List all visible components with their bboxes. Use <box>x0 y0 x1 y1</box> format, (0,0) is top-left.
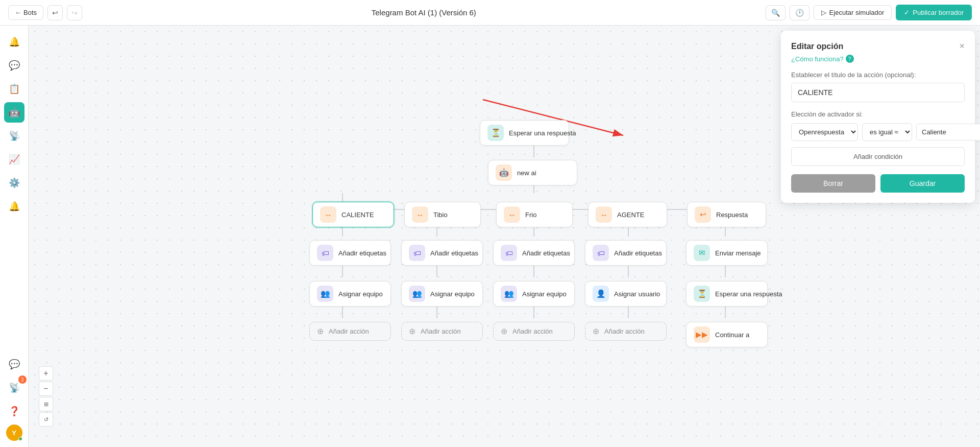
node-icon-etiquetas-1: 🏷 <box>317 245 333 261</box>
node-continuar-a[interactable]: ▶▶ Continuar a <box>686 322 768 347</box>
node-icon-etiquetas-4: 🏷 <box>593 245 609 261</box>
node-label-tibio: Tibio <box>433 211 448 219</box>
action-title-input[interactable] <box>791 83 965 102</box>
add-icon-1: ⊕ <box>317 326 324 336</box>
node-label-add-4: Añadir acción <box>604 327 645 335</box>
node-icon-equipo-1: 👥 <box>317 286 333 302</box>
node-add-etiquetas-4[interactable]: 🏷 Añadir etiquetas <box>585 240 667 266</box>
node-icon-caliente: ↔ <box>320 206 336 223</box>
node-label-continuar: Continuar a <box>715 331 749 339</box>
avatar-status-dot <box>18 437 22 441</box>
node-asignar-usuario[interactable]: 👤 Asignar usuario <box>585 281 667 307</box>
node-icon-etiquetas-2: 🏷 <box>409 245 425 261</box>
action-title-label: Establecer el título de la acción (opcio… <box>791 71 965 79</box>
node-esperar-respuesta-2[interactable]: ⏳ Esperar una respuesta <box>686 281 768 307</box>
node-enviar-mensaje[interactable]: ✉ Enviar mensaje <box>686 240 768 266</box>
node-add-accion-2[interactable]: ⊕ Añadir acción <box>401 322 483 341</box>
add-icon-2: ⊕ <box>409 326 415 336</box>
topbar-left: ← Bots ↩ ↪ <box>8 5 82 20</box>
node-label-esperar: Esperar una respuesta <box>509 129 576 137</box>
sidebar-item-settings[interactable]: ⚙️ <box>4 173 24 193</box>
node-label-etiquetas-1: Añadir etiquetas <box>338 249 386 257</box>
node-icon-respuesta: ↩ <box>695 206 711 223</box>
node-label-equipo-1: Asignar equipo <box>338 290 383 298</box>
node-frio[interactable]: ↔ Frio <box>496 202 573 227</box>
node-icon-tibio: ↔ <box>412 206 428 223</box>
redo-button[interactable]: ↪ <box>67 5 82 20</box>
node-add-accion-1[interactable]: ⊕ Añadir acción <box>309 322 391 341</box>
node-icon-agente: ↔ <box>596 206 612 223</box>
zoom-fit-button[interactable]: ⊞ <box>39 397 53 411</box>
add-icon-3: ⊕ <box>501 326 507 336</box>
panel-close-button[interactable]: × <box>959 41 965 52</box>
node-icon-etiquetas-3: 🏷 <box>501 245 517 261</box>
node-respuesta[interactable]: ↩ Respuesta <box>687 202 766 227</box>
zoom-out-button[interactable]: − <box>39 382 53 396</box>
node-label-etiquetas-3: Añadir etiquetas <box>522 249 570 257</box>
panel-help-link[interactable]: ¿Cómo funciona? ? <box>791 55 965 63</box>
node-asignar-equipo-1[interactable]: 👥 Asignar equipo <box>309 281 391 307</box>
sidebar-item-notifications[interactable]: 🔔 <box>4 32 24 52</box>
node-add-etiquetas-3[interactable]: 🏷 Añadir etiquetas <box>493 240 575 266</box>
node-label-frio: Frio <box>525 211 536 219</box>
node-icon-newai: 🤖 <box>496 164 512 181</box>
node-add-etiquetas-1[interactable]: 🏷 Añadir etiquetas <box>309 240 391 266</box>
topbar: ← Bots ↩ ↪ Telegram Bot AI (1) (Versión … <box>0 0 980 26</box>
add-condition-button[interactable]: Añadir condición <box>791 147 965 166</box>
page-title: Telegram Bot AI (1) (Versión 6) <box>372 8 476 17</box>
node-icon-esperar: ⏳ <box>487 125 504 141</box>
node-tibio[interactable]: ↔ Tibio <box>404 202 481 227</box>
node-asignar-equipo-3[interactable]: 👥 Asignar equipo <box>493 281 575 307</box>
node-label-enviar: Enviar mensaje <box>715 249 761 257</box>
undo-button[interactable]: ↩ <box>47 5 63 20</box>
sidebar-item-whatsapp[interactable]: 💬 <box>4 354 24 374</box>
history-button[interactable]: 🕐 <box>790 5 810 20</box>
publish-button[interactable]: ✓ Publicar borrador <box>896 5 972 20</box>
help-link-text: ¿Cómo funciona? <box>791 55 844 63</box>
publish-label: Publicar borrador <box>913 9 964 16</box>
sidebar-item-help[interactable]: ❓ <box>4 401 24 421</box>
node-icon-esperar2: ⏳ <box>694 286 710 302</box>
panel-title: Editar opción <box>791 42 843 51</box>
node-asignar-equipo-2[interactable]: 👥 Asignar equipo <box>401 281 483 307</box>
sidebar-item-alerts[interactable]: 🔔 <box>4 196 24 217</box>
sidebar-bottom: 💬 📡 3 ❓ Y <box>4 354 24 441</box>
rss-badge: 3 <box>18 375 27 384</box>
sidebar-item-rss[interactable]: 📡 3 <box>4 378 24 398</box>
node-label-respuesta: Respuesta <box>716 211 748 219</box>
edit-panel: Editar opción × ¿Cómo funciona? ? Establ… <box>781 31 975 203</box>
sidebar-item-clipboard[interactable]: 📋 <box>4 79 24 99</box>
node-caliente[interactable]: ↔ CALIENTE <box>312 202 394 227</box>
sidebar-item-broadcast[interactable]: 📡 <box>4 126 24 146</box>
sidebar-item-analytics[interactable]: 📈 <box>4 149 24 170</box>
sidebar-item-bot[interactable]: 🤖 <box>4 102 24 123</box>
node-add-accion-4[interactable]: ⊕ Añadir acción <box>585 322 667 341</box>
zoom-in-button[interactable]: + <box>39 366 53 381</box>
search-button[interactable]: 🔍 <box>766 5 786 20</box>
trigger-operator-select[interactable]: es igual ≈ <box>862 123 912 141</box>
sidebar-item-chat[interactable]: 💬 <box>4 55 24 76</box>
back-button[interactable]: ← Bots <box>8 5 43 20</box>
node-new-ai[interactable]: 🤖 new ai <box>488 160 577 185</box>
trigger-row: Openrespuesta es igual ≈ 🗑 <box>791 123 965 141</box>
node-icon-frio: ↔ <box>504 206 520 223</box>
node-agente[interactable]: ↔ AGENTE <box>588 202 667 227</box>
delete-button[interactable]: Borrar <box>791 174 875 193</box>
node-label-usuario: Asignar usuario <box>614 290 660 298</box>
node-esperar-respuesta[interactable]: ⏳ Esperar una respuesta <box>480 120 569 146</box>
trigger-type-select[interactable]: Openrespuesta <box>791 123 858 141</box>
trigger-value-input[interactable] <box>916 124 980 140</box>
trigger-label: Elección de activador si: <box>791 110 965 118</box>
sidebar: 🔔 💬 📋 🤖 📡 📈 ⚙️ 🔔 💬 📡 3 ❓ Y <box>0 26 29 447</box>
node-icon-equipo-3: 👥 <box>501 286 517 302</box>
panel-actions: Borrar Guardar <box>791 174 965 193</box>
avatar[interactable]: Y <box>6 425 22 441</box>
back-label: Bots <box>23 9 37 16</box>
zoom-controls: + − ⊞ ↺ <box>39 366 53 427</box>
save-button[interactable]: Guardar <box>880 174 965 193</box>
node-label-agente: AGENTE <box>617 211 644 219</box>
zoom-reset-button[interactable]: ↺ <box>39 412 53 427</box>
node-add-etiquetas-2[interactable]: 🏷 Añadir etiquetas <box>401 240 483 266</box>
node-add-accion-3[interactable]: ⊕ Añadir acción <box>493 322 575 341</box>
simulator-button[interactable]: ▷ Ejecutar simulador <box>814 5 892 20</box>
